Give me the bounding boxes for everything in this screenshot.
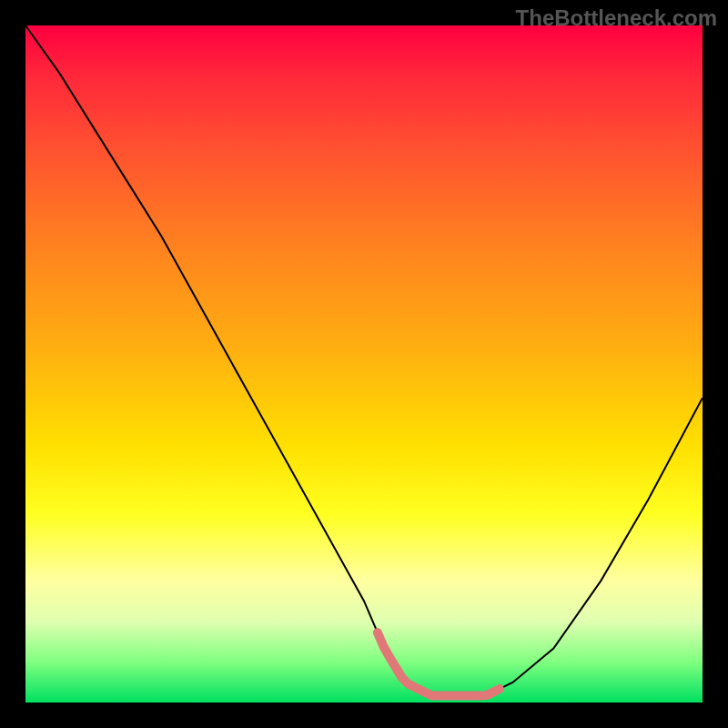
watermark-text: TheBottleneck.com — [516, 5, 717, 31]
chart-plot-area — [25, 25, 703, 703]
bottleneck-curve — [25, 25, 703, 703]
